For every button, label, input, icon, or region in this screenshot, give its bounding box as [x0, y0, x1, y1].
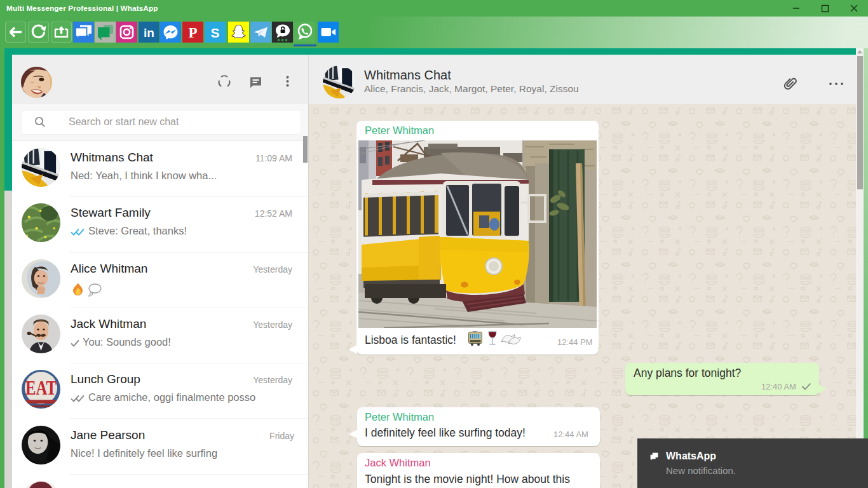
- svg-text:S: S: [210, 25, 219, 40]
- svg-text:in: in: [144, 26, 154, 39]
- svg-text:P: P: [188, 25, 197, 41]
- svg-text:EAT: EAT: [25, 378, 57, 400]
